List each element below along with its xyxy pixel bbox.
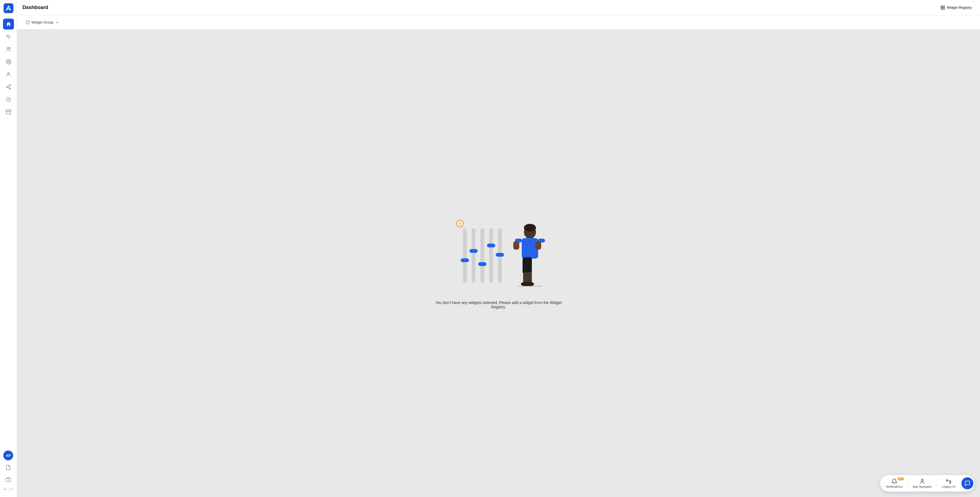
svg-rect-22 [941, 6, 942, 7]
svg-rect-25 [943, 8, 945, 9]
sidebar-item-users[interactable] [3, 44, 14, 55]
svg-line-14 [8, 87, 9, 88]
slider-5 [498, 228, 502, 283]
svg-point-4 [6, 35, 7, 35]
widget-registry-icon [940, 5, 945, 10]
legacy-ui-label: Legacy UI [942, 485, 955, 488]
bottom-bar: 99+ Notifications App Navigator Legacy U… [880, 475, 975, 492]
svg-rect-23 [943, 6, 945, 7]
slider-3 [480, 228, 484, 283]
chevron-down-icon [55, 20, 59, 25]
widget-group-label: Widget Group [32, 20, 53, 24]
chat-icon [964, 480, 970, 486]
refresh-icon [25, 20, 30, 25]
chat-button[interactable] [961, 477, 974, 489]
svg-point-7 [7, 47, 8, 49]
toolbar: Widget Group [17, 15, 980, 30]
notification-badge: 99+ [898, 477, 904, 480]
app-navigator-label: App Navigator [913, 485, 932, 488]
svg-point-13 [9, 88, 10, 89]
slider-4-thumb [487, 244, 495, 248]
bottom-bar-legacy-ui[interactable]: Legacy UI [937, 477, 960, 490]
svg-rect-17 [6, 110, 11, 111]
avatar[interactable]: AP [3, 451, 13, 460]
notifications-label: Notifications [886, 485, 902, 488]
slider-2-thumb [469, 249, 478, 253]
sidebar-nav [3, 19, 14, 451]
svg-rect-0 [3, 3, 13, 13]
svg-rect-34 [535, 241, 541, 249]
slider-1 [463, 228, 467, 283]
svg-point-9 [8, 61, 9, 63]
sidebar-item-history[interactable] [3, 94, 14, 105]
empty-illustration: ! [452, 218, 545, 294]
sidebar-item-badge[interactable] [3, 475, 14, 484]
svg-point-40 [524, 282, 534, 286]
svg-point-42 [921, 479, 923, 481]
warning-icon: ! [456, 219, 464, 229]
header: Dashboard Widget Registry [17, 0, 980, 15]
sidebar-item-settings[interactable] [3, 56, 14, 67]
bell-icon [891, 478, 897, 484]
slider-2 [472, 228, 476, 283]
person-nav-icon [919, 478, 925, 484]
svg-rect-36 [525, 257, 532, 274]
sidebar-item-person[interactable] [3, 69, 14, 80]
slider-4 [489, 228, 493, 283]
svg-point-29 [524, 224, 536, 232]
bottom-bar-notifications[interactable]: 99+ Notifications [881, 477, 907, 490]
svg-point-5 [6, 36, 7, 37]
slider-5-thumb [496, 253, 504, 257]
sidebar-item-share[interactable] [3, 81, 14, 92]
person-figure [509, 222, 545, 294]
widget-registry-button[interactable]: Widget Registry [938, 4, 975, 11]
sidebar-item-filter[interactable] [3, 31, 14, 42]
svg-text:!: ! [459, 221, 460, 226]
content-area: ! [17, 30, 980, 497]
sidebar-bottom: AP adp · V2.0 [3, 451, 14, 494]
svg-point-6 [7, 37, 8, 38]
slider-3-thumb [478, 262, 487, 266]
page-title: Dashboard [22, 5, 48, 10]
sidebar-item-home[interactable] [3, 19, 14, 30]
svg-point-11 [9, 85, 10, 86]
svg-point-12 [6, 86, 8, 88]
svg-point-10 [7, 73, 9, 75]
svg-point-8 [9, 47, 10, 49]
sidebar-item-archive[interactable] [3, 106, 14, 118]
svg-rect-33 [513, 241, 519, 249]
arrows-icon [945, 478, 951, 484]
app-logo[interactable] [3, 3, 13, 13]
version-label: adp · V2.0 [3, 487, 14, 492]
svg-line-15 [8, 86, 9, 86]
widget-registry-label: Widget Registry [947, 5, 972, 10]
sliders-group [463, 223, 502, 283]
bottom-bar-app-navigator[interactable]: App Navigator [908, 477, 937, 490]
main-content: Dashboard Widget Registry Widget Group ! [17, 0, 980, 497]
empty-state-message: You don't have any widgets selected. Ple… [430, 300, 567, 309]
svg-rect-38 [527, 272, 532, 283]
sidebar: AP adp · V2.0 [0, 0, 17, 497]
sidebar-item-doc[interactable] [3, 462, 14, 472]
slider-1-thumb [461, 258, 469, 262]
widget-group-button[interactable]: Widget Group [22, 18, 62, 27]
svg-rect-24 [941, 8, 942, 9]
